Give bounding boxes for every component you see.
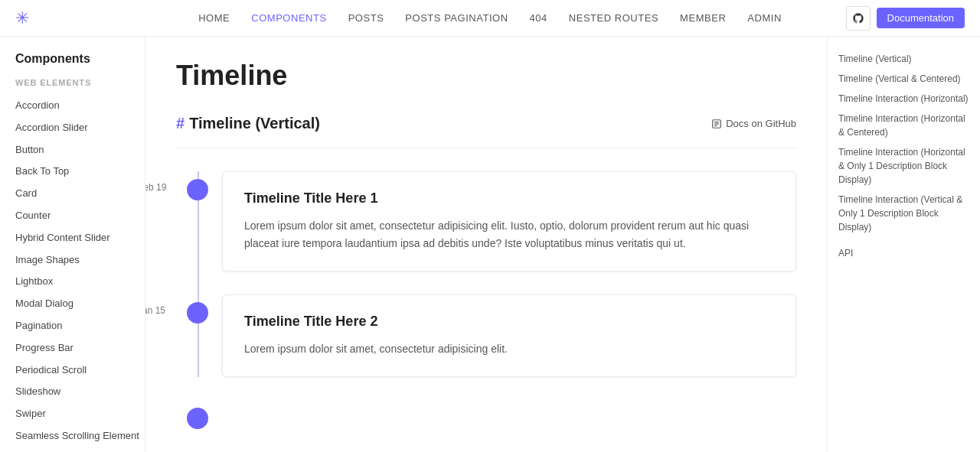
nav-home[interactable]: HOME	[198, 12, 230, 24]
right-sidebar-link-api[interactable]: API	[838, 243, 969, 263]
nav-admin[interactable]: ADMIN	[747, 12, 782, 24]
timeline-card-text-2: Lorem ipsum dolor sit amet, consectetur …	[244, 340, 774, 358]
timeline-dot-3	[187, 408, 208, 429]
nav-right: Documentation	[846, 6, 965, 31]
sidebar-item-seamless-scrolling[interactable]: Seamless Scrolling Element	[15, 425, 145, 447]
top-navigation: ✳ HOME COMPONENTS POSTS POSTS PAGINATION…	[0, 0, 980, 37]
documentation-button[interactable]: Documentation	[877, 8, 965, 28]
sidebar-item-counter[interactable]: Counter	[15, 205, 145, 227]
sidebar-item-hybrid-content-slider[interactable]: Hybrid Content Slider	[15, 227, 145, 249]
sidebar-item-button[interactable]: Button	[15, 139, 145, 161]
sidebar-section-label: WEB ELEMENTS	[15, 78, 145, 87]
sidebar-title: Components	[15, 52, 145, 66]
logo: ✳	[15, 8, 29, 28]
section-divider	[176, 148, 796, 148]
sidebar-item-lightbox[interactable]: Lightbox	[15, 271, 145, 293]
sidebar-item-back-to-top[interactable]: Back To Top	[15, 161, 145, 183]
sidebar-item-pagination[interactable]: Pagination	[15, 315, 145, 337]
timeline-date-1: Feb 19	[145, 182, 166, 193]
docs-on-github-link[interactable]: Docs on GitHub	[711, 118, 796, 129]
nav-nested-routes[interactable]: NESTED ROUTES	[569, 12, 658, 24]
main-content: Timeline # Timeline (Vertical) Docs on G…	[145, 37, 827, 452]
section-heading-left: # Timeline (Vertical)	[176, 115, 320, 132]
left-sidebar: Components WEB ELEMENTS Accordion Accord…	[0, 37, 145, 452]
nav-posts-pagination[interactable]: POSTS PAGINATION	[405, 12, 508, 24]
sidebar-item-periodical-scroll[interactable]: Periodical Scroll	[15, 359, 145, 382]
timeline-card-title-2: Timeline Title Here 2	[244, 314, 774, 330]
nav-posts[interactable]: POSTS	[348, 12, 384, 24]
nav-404[interactable]: 404	[530, 12, 547, 24]
github-icon	[852, 12, 864, 24]
nav-member[interactable]: MEMBER	[680, 12, 726, 24]
timeline-line	[198, 171, 199, 377]
right-sidebar-link-2[interactable]: Timeline Interaction (Horizontal)	[838, 89, 969, 109]
hash-icon: #	[176, 115, 185, 132]
timeline-item: Feb 19 Timeline Title Here 1 Lorem ipsum…	[222, 171, 796, 272]
sidebar-item-swiper[interactable]: Swiper	[15, 403, 145, 425]
right-sidebar-link-5[interactable]: Timeline Interaction (Vertical & Only 1 …	[838, 190, 969, 237]
sidebar-item-accordion-slider[interactable]: Accordion Slider	[15, 117, 145, 139]
docs-icon	[711, 119, 722, 129]
docs-link-text: Docs on GitHub	[726, 118, 796, 129]
nav-components[interactable]: COMPONENTS	[251, 12, 326, 24]
sidebar-item-show-more-less[interactable]: Show More Less	[15, 447, 145, 452]
timeline-dot-2	[187, 302, 208, 324]
sidebar-item-accordion[interactable]: Accordion	[15, 95, 145, 117]
sidebar-item-image-shapes[interactable]: Image Shapes	[15, 249, 145, 272]
github-button[interactable]	[846, 6, 871, 31]
right-sidebar-link-1[interactable]: Timeline (Vertical & Centered)	[838, 69, 969, 89]
timeline-dot-1	[187, 179, 208, 200]
right-sidebar-link-0[interactable]: Timeline (Vertical)	[838, 49, 969, 69]
sidebar-item-modal-dialog[interactable]: Modal Dialog	[15, 293, 145, 315]
right-sidebar: Timeline (Vertical) Timeline (Vertical &…	[827, 37, 980, 452]
timeline-card-1: Timeline Title Here 1 Lorem ipsum dolor …	[222, 171, 796, 272]
timeline-item-2: Jan 15 Timeline Title Here 2 Lorem ipsum…	[222, 294, 796, 377]
sidebar-item-slideshow[interactable]: Slideshow	[15, 381, 145, 403]
timeline-container: Feb 19 Timeline Title Here 1 Lorem ipsum…	[176, 171, 796, 377]
sidebar-item-progress-bar[interactable]: Progress Bar	[15, 337, 145, 359]
timeline-card-text-1: Lorem ipsum dolor sit amet, consectetur …	[244, 217, 774, 252]
section-heading: # Timeline (Vertical) Docs on GitHub	[176, 115, 796, 132]
sidebar-item-card[interactable]: Card	[15, 183, 145, 205]
timeline-card-title-1: Timeline Title Here 1	[244, 190, 774, 206]
section-title: Timeline (Vertical)	[189, 115, 320, 132]
layout: Components WEB ELEMENTS Accordion Accord…	[0, 37, 980, 452]
timeline-card-2: Timeline Title Here 2 Lorem ipsum dolor …	[222, 294, 796, 377]
nav-links: HOME COMPONENTS POSTS POSTS PAGINATION 4…	[198, 12, 782, 24]
page-title: Timeline	[176, 60, 796, 92]
timeline-date-2: Jan 15	[145, 305, 165, 316]
right-sidebar-link-3[interactable]: Timeline Interaction (Horizontal & Cente…	[838, 109, 969, 142]
right-sidebar-link-4[interactable]: Timeline Interaction (Horizontal & Only …	[838, 142, 969, 190]
